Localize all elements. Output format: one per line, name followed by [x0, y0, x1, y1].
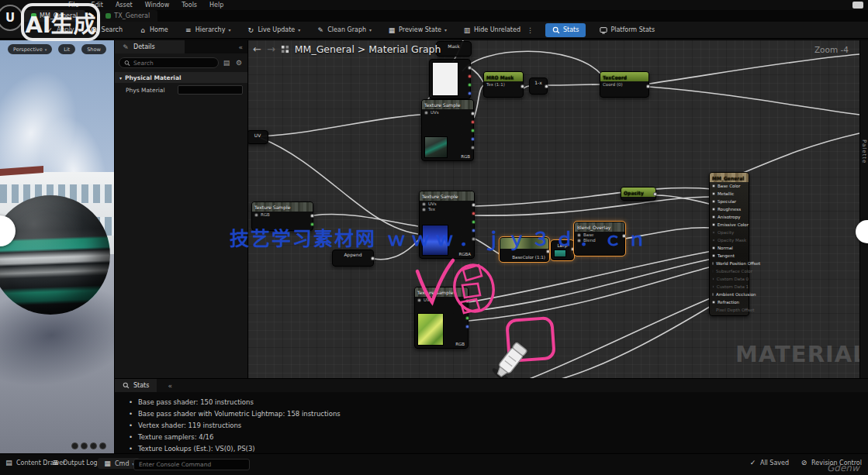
material-input-opacity-mask[interactable]: Opacity Mask: [710, 236, 749, 244]
node-pin[interactable]: [417, 298, 421, 302]
material-input-emissive-color[interactable]: Emissive Color: [710, 221, 749, 229]
asset-tab-tx_general[interactable]: TX_General: [98, 10, 157, 22]
stats-collapse-button[interactable]: «: [168, 382, 172, 390]
window-controls-icon[interactable]: [852, 2, 863, 9]
node-param-opacity[interactable]: Opacity: [621, 187, 656, 201]
node-pin[interactable]: [712, 184, 715, 188]
back-arrow-button[interactable]: ←: [253, 43, 261, 55]
details-collapse-button[interactable]: «: [238, 43, 243, 51]
viewport-show-menu[interactable]: Show: [81, 44, 106, 54]
node-pin[interactable]: [468, 74, 472, 78]
node-pin[interactable]: [465, 325, 469, 329]
node-node-desat[interactable]: 1-x: [529, 77, 548, 95]
stats-button[interactable]: Stats: [545, 23, 586, 37]
node-pin[interactable]: [712, 215, 715, 219]
all-saved-button[interactable]: ✓ All Saved: [749, 459, 789, 466]
viewport-option-button[interactable]: [71, 442, 78, 449]
node-pin[interactable]: [712, 308, 714, 312]
node-pin[interactable]: [712, 270, 714, 273]
viewport-option-button[interactable]: [99, 442, 106, 449]
forward-arrow-button[interactable]: →: [267, 43, 275, 55]
node-pin[interactable]: [712, 231, 715, 234]
node-pin[interactable]: [471, 146, 475, 150]
node-node-edge[interactable]: UV: [248, 130, 268, 144]
node-texsample-white[interactable]: [429, 59, 471, 99]
material-input-custom-data-1[interactable]: Custom Data 1: [710, 283, 749, 291]
material-input-specular[interactable]: Specular: [710, 198, 749, 205]
gear-icon[interactable]: ⚙: [234, 58, 244, 67]
node-pin[interactable]: [468, 91, 472, 95]
node-pin[interactable]: [712, 223, 715, 226]
tab-details[interactable]: ✎ Details: [115, 40, 185, 53]
viewport-perspective-menu[interactable]: Perspective▾: [8, 44, 52, 54]
material-input-roughness[interactable]: Roughness: [710, 205, 749, 213]
material-input-ambient-occlusion[interactable]: Ambient Occlusion: [710, 291, 749, 298]
node-pin[interactable]: [646, 84, 650, 88]
material-input-world-position-offset[interactable]: World Position Offset: [710, 260, 749, 267]
hide-unrelated-button[interactable]: ▥Hide Unrelated: [461, 23, 523, 37]
platform-stats-button[interactable]: Platform Stats: [597, 23, 657, 37]
console-command-input[interactable]: [133, 459, 250, 470]
palette-side-tab[interactable]: Palette: [859, 40, 868, 378]
node-pin[interactable]: [472, 212, 475, 215]
view-options-icon[interactable]: ▤: [222, 58, 231, 67]
node-pin[interactable]: [712, 301, 715, 304]
material-input-base-color[interactable]: Base Color: [710, 182, 749, 190]
node-pin[interactable]: [254, 213, 258, 217]
node-pin[interactable]: [465, 308, 469, 312]
node-pin[interactable]: [712, 246, 715, 250]
node-pin[interactable]: [712, 293, 714, 296]
viewport-option-button[interactable]: [90, 442, 97, 449]
node-reroute-top[interactable]: Mask: [436, 41, 472, 57]
node-pin[interactable]: [422, 202, 426, 206]
node-pin[interactable]: [471, 120, 475, 124]
material-input-metallic[interactable]: Metallic: [710, 190, 749, 198]
node-pin[interactable]: [471, 137, 475, 141]
menu-asset[interactable]: Asset: [116, 2, 133, 9]
node-pin[interactable]: [712, 254, 715, 257]
node-param-mask[interactable]: MRO MaskTex (1:1): [483, 71, 524, 98]
output-log-button[interactable]: ≣ Output Log: [51, 459, 98, 466]
material-input-opacity[interactable]: Opacity: [710, 229, 749, 236]
node-pin[interactable]: [468, 83, 472, 87]
material-input-anisotropy[interactable]: Anisotropy: [710, 213, 749, 221]
tab-stats[interactable]: Stats: [115, 379, 157, 392]
node-pin[interactable]: [712, 239, 715, 242]
node-pin[interactable]: [310, 214, 314, 218]
node-pin[interactable]: [422, 208, 426, 212]
hierarchy-button[interactable]: ≡Hierarchy▾: [182, 23, 233, 37]
node-param-uv[interactable]: TexCoordCoord (0): [600, 71, 649, 98]
node-texsample-rock[interactable]: Texture SampleUVsRGB: [421, 99, 474, 161]
node-pin[interactable]: [712, 192, 715, 195]
node-pin[interactable]: [712, 208, 715, 211]
material-input-custom-data-0[interactable]: Custom Data 0: [710, 275, 749, 283]
node-pin[interactable]: [424, 111, 428, 115]
property-value-dropdown[interactable]: [178, 85, 243, 95]
menu-help[interactable]: Help: [209, 2, 223, 9]
node-pin[interactable]: [520, 84, 524, 88]
node-pin[interactable]: [712, 200, 715, 203]
node-pin[interactable]: [472, 203, 475, 207]
node-pin[interactable]: [471, 112, 475, 115]
menu-tools[interactable]: Tools: [182, 2, 197, 9]
material-input-pixel-depth-offset[interactable]: Pixel Depth Offset: [710, 306, 749, 314]
node-pin[interactable]: [545, 84, 548, 88]
node-node-append[interactable]: Append: [332, 250, 374, 267]
home-button[interactable]: ⌂Home: [137, 23, 171, 37]
node-pin[interactable]: [465, 299, 469, 303]
material-input-subsurface-color[interactable]: Subsurface Color: [710, 267, 749, 275]
menu-window[interactable]: Window: [145, 2, 170, 9]
live-update-button[interactable]: ↻Live Update▾: [244, 23, 303, 37]
details-section-header[interactable]: ▾ Physical Material: [115, 72, 247, 83]
viewport-option-button[interactable]: [81, 442, 88, 449]
clean-graph-button[interactable]: ✎Clean Graph▾: [314, 23, 374, 37]
material-input-refraction[interactable]: Refraction: [710, 298, 749, 306]
preview-viewport[interactable]: Perspective▾LitShow: [0, 40, 115, 453]
details-search-box[interactable]: [119, 57, 219, 68]
material-graph-canvas[interactable]: ← → MM_General > Material Graph Zoom -4 …: [248, 40, 859, 378]
more-options-icon[interactable]: ⋮: [527, 26, 534, 34]
node-pin[interactable]: [465, 316, 469, 320]
details-search-input[interactable]: [133, 60, 213, 67]
material-input-tangent[interactable]: Tangent: [710, 252, 749, 260]
node-pin[interactable]: [712, 285, 714, 288]
